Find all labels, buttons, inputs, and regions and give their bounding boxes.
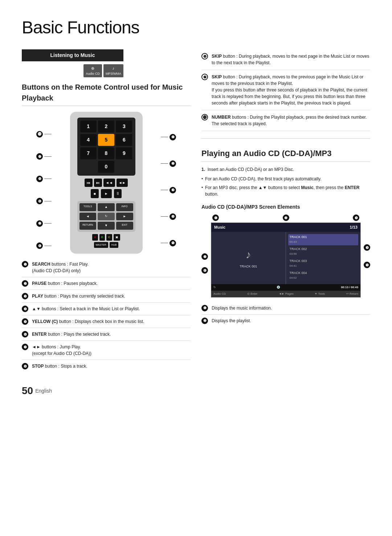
callout-6: ❻ (36, 242, 43, 249)
skip-item-10: ❿ SKIP button : During playback, moves t… (201, 70, 370, 110)
btn-8[interactable]: 8 (98, 147, 114, 159)
btn-6[interactable]: 6 (116, 134, 132, 146)
mp3-icon: ♪ (106, 65, 121, 71)
remote-body: 1 2 3 4 5 6 7 8 9 0 ⏮ ⏭ ◄◄ ◄► (70, 112, 143, 254)
info-btn[interactable]: INFO (116, 203, 133, 211)
callout-3: ❸ (170, 187, 176, 193)
audio-cd-icon: ⊕ (86, 65, 100, 71)
feature-text-6: ENTER button : Plays the selected track. (32, 331, 191, 337)
tools-btn[interactable]: TOOLS (79, 203, 97, 211)
playing-title: Playing an Audio CD (CD-DA)/MP3 (201, 147, 370, 162)
feature-5: ❺ YELLOW (C) button : Displays check box… (22, 315, 191, 328)
btn-a[interactable]: A (92, 234, 98, 241)
left-callout-labels: ⓫ ❿ ❾ ❽ ❼ (36, 112, 52, 254)
track-row-1: TRACK 00100:43 (288, 234, 359, 245)
btn-9[interactable]: 9 (116, 147, 132, 159)
btn-3[interactable]: 3 (116, 120, 132, 132)
repeat-icon: ↻ (213, 285, 216, 290)
rewind-btn[interactable]: ◄◄ (103, 179, 115, 187)
btn-b[interactable]: B (99, 234, 105, 241)
skip-section: ❾ SKIP button : During playback, moves t… (201, 49, 370, 131)
footer-tools: ✦ Tools (315, 292, 325, 296)
right-label-4: ❹ (161, 213, 176, 220)
feature-3: ❸ PLAY button : Plays the currently sele… (22, 290, 191, 303)
return-btn[interactable]: RETURN (79, 222, 97, 230)
callout-8: ❽ (36, 198, 43, 204)
skip-text-10: SKIP button : During playback, moves to … (212, 74, 370, 106)
btn-2[interactable]: 2 (98, 120, 114, 132)
btn-d[interactable]: ▣ (114, 234, 120, 241)
music-note-icon: ♪ (246, 246, 251, 263)
callout-4: ❹ (170, 213, 176, 220)
btn-c[interactable]: C (106, 234, 112, 241)
screen-desc-1: ❶ Displays the music information. (201, 302, 370, 315)
callout-7: ❼ (36, 220, 43, 227)
screen-music-label: Music (214, 224, 225, 230)
cd-icon: 💿 (277, 285, 280, 290)
feature-2: ❷ PAUSE button : Pauses playback. (22, 277, 191, 290)
screen-bottom-bar: Audio CD ⊙ Enter ◄► Pages ✦ Tools ↩ Retu… (211, 291, 360, 297)
hub-btn[interactable]: HUB (110, 242, 119, 248)
playing-bullet-1: For an Audio CD (CD-DA), the first track… (201, 176, 370, 182)
screen-mockup: Music 1/13 ♪ TRACK 001 TRACK 00100:43 TR… (211, 222, 361, 298)
callout-11: ⓫ (36, 131, 43, 138)
color-buttons: A B C ▣ (77, 234, 135, 241)
exit-btn[interactable]: EXIT (116, 222, 133, 230)
play-btn[interactable]: ► (101, 189, 112, 198)
feature-7: ❼ ◄► buttons : Jump Play.(except for Aud… (22, 341, 191, 360)
forward-btn[interactable]: ◄► (117, 179, 128, 187)
right-btn[interactable]: ► (116, 213, 133, 221)
step-1-intro: 1. Insert an Audio CD (CD-DA) or an MP3 … (201, 166, 370, 173)
screen-footer: ↻ 💿 00:13 / 00:43 (211, 284, 360, 291)
icon-badges: ⊕ Audio CD ♪ MP3/WMA (22, 64, 123, 77)
left-label-9: ❾ (36, 176, 52, 182)
right-label-1: ❶ (161, 134, 176, 140)
down-btn[interactable]: ▼ (98, 222, 115, 230)
up-btn[interactable]: ▲ (98, 203, 115, 211)
footer-audio-cd: Audio CD (213, 292, 226, 296)
screen-callout-1: ❶ (212, 214, 219, 221)
time-display: 00:13 / 00:43 (341, 285, 358, 290)
screen-desc-callout-2: ❷ (201, 318, 208, 324)
btn-1[interactable]: 1 (80, 120, 97, 132)
page-language: English (35, 387, 52, 395)
screen-section: Audio CD (CD-DA)/MP3 Screen Elements ❶ ❷… (201, 203, 370, 327)
screen-tracklist: TRACK 00100:43 TRACK 00203:56 TRACK 0030… (286, 232, 361, 284)
screen-desc-text-1: Displays the music information. (212, 305, 370, 311)
right-label-5: ❺ (161, 240, 176, 246)
btn-4[interactable]: 4 (80, 134, 97, 146)
page-number: 50 (22, 383, 33, 398)
btn-7[interactable]: 7 (80, 147, 97, 159)
right-column: ❾ SKIP button : During playback, moves t… (201, 49, 370, 372)
feature-callout-3: ❸ (22, 293, 28, 299)
left-label-6: ❻ (36, 242, 52, 249)
feature-text-7: ◄► buttons : Jump Play.(except for Audio… (32, 344, 191, 357)
enter-center-btn[interactable]: ↻ (98, 213, 115, 221)
stop-btn[interactable]: ■ (91, 189, 99, 198)
divider (201, 138, 370, 139)
screen-header: Music 1/13 (211, 223, 360, 232)
screen-page-indicator: 1/13 (350, 224, 358, 230)
feature-6: ❻ ENTER button : Plays the selected trac… (22, 328, 191, 341)
master-btn[interactable]: MASTER (94, 242, 108, 248)
btn-5[interactable]: 5 (98, 134, 114, 146)
screen-callout-2: ❷ (283, 214, 289, 221)
screen-callout-5: ❺ (364, 262, 370, 268)
footer-return: ↩ Return (346, 292, 358, 296)
skip-callout-11: ⓫ (201, 114, 208, 120)
feature-callout-6: ❻ (22, 331, 28, 337)
screen-callout-4: ❹ (364, 244, 370, 251)
track-row-2: TRACK 00203:56 (288, 246, 359, 257)
btn-0[interactable]: 0 (98, 161, 114, 173)
screen-callout-7: ❼ (201, 253, 208, 260)
feature-8: ❽ STOP button : Stops a track. (22, 360, 191, 372)
left-btn[interactable]: ◄ (79, 213, 97, 221)
feature-callout-1: ❶ (22, 261, 28, 267)
next-btn[interactable]: ⏭ (94, 179, 102, 187)
feature-callout-2: ❷ (22, 280, 28, 287)
left-column: Listening to Music ⊕ Audio CD ♪ MP3/WMA … (22, 49, 191, 372)
feature-text-5: YELLOW (C) button : Displays check box i… (32, 318, 191, 325)
skip-item-9: ❾ SKIP button : During playback, moves t… (201, 49, 370, 70)
prev-btn[interactable]: ⏮ (85, 179, 93, 187)
pause-btn[interactable]: II (114, 189, 122, 198)
